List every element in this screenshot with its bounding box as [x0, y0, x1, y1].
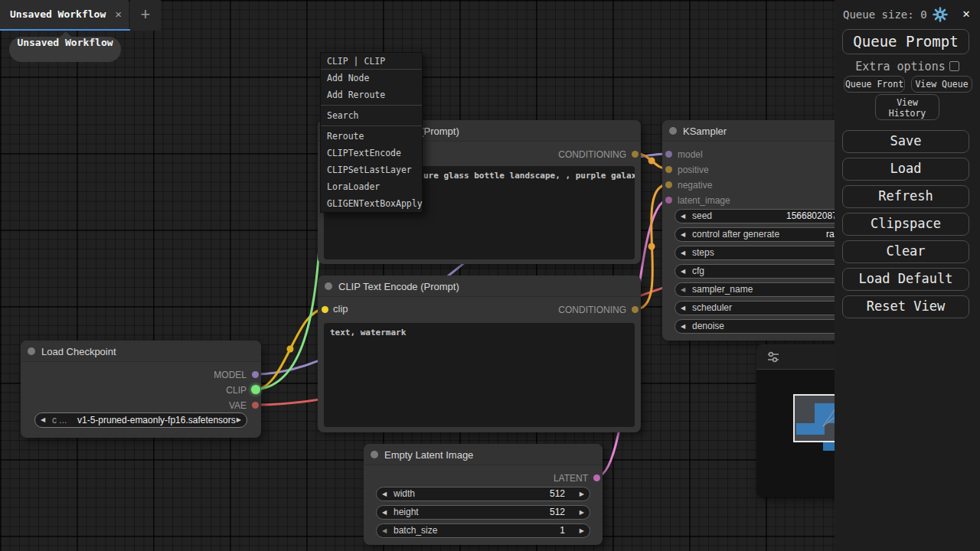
output-label-clip: CLIP — [226, 386, 247, 395]
collapse-dot[interactable] — [28, 347, 35, 355]
combo-value: v1-5-pruned-emaonly-fp16.safetensors — [77, 413, 236, 427]
context-menu: CLIP | CLIP Add Node Add Reroute Search … — [320, 52, 423, 213]
decrement-icon[interactable]: ◀ — [681, 228, 685, 241]
node-clip-text-encode-negative[interactable]: CLIP Text Encode (Prompt) clip CONDITION… — [318, 276, 641, 432]
input-dot-model[interactable] — [665, 151, 672, 158]
widget-value: 512 — [550, 506, 565, 519]
input-label-clip: clip — [333, 305, 348, 314]
menu-separator — [321, 126, 422, 126]
width-widget[interactable]: ◀ width 512 ▶ — [376, 487, 590, 501]
output-dot-vae[interactable] — [252, 402, 259, 409]
close-sidebar-icon[interactable]: ✕ — [962, 6, 970, 21]
queue-sidebar: Queue size: 0 ✕ Queue Prompt Extra optio… — [835, 0, 980, 551]
menu-item-clipsetlastlayer[interactable]: CLIPSetLastLayer — [321, 161, 422, 178]
tab-tooltip: Unsaved Workflow — [9, 37, 121, 62]
widget-label: denoise — [692, 320, 724, 333]
input-dot-negative[interactable] — [665, 181, 672, 188]
input-label-latent-image: latent_image — [678, 196, 730, 205]
widget-label: control after generate — [692, 228, 779, 241]
increment-icon[interactable]: ▶ — [580, 487, 584, 500]
menu-item-gligentextboxapply[interactable]: GLIGENTextBoxApply — [321, 195, 422, 212]
clipspace-button[interactable]: Clipspace — [842, 213, 969, 236]
input-dot-positive[interactable] — [665, 166, 672, 173]
decrement-icon[interactable]: ◀ — [681, 246, 685, 259]
output-label-vae: VAE — [229, 401, 247, 410]
output-dot-conditioning[interactable] — [632, 151, 639, 158]
view-history-button[interactable]: View History — [875, 94, 939, 120]
load-default-button[interactable]: Load Default — [842, 268, 969, 291]
output-dot-latent[interactable] — [593, 474, 600, 481]
reset-view-button[interactable]: Reset View — [842, 295, 969, 318]
output-dot-clip[interactable] — [251, 385, 260, 394]
queue-front-button[interactable]: Queue Front — [844, 76, 905, 93]
negative-prompt-textarea[interactable]: text, watermark — [324, 323, 635, 427]
new-workflow-button[interactable]: + — [130, 0, 161, 31]
input-dot-latent-image[interactable] — [665, 197, 672, 204]
view-history-line1: View — [876, 97, 939, 108]
collapse-dot[interactable] — [669, 127, 677, 135]
node-header[interactable]: CLIP Text Encode (Prompt) — [318, 276, 641, 297]
settings-gear-icon[interactable] — [933, 7, 948, 22]
refresh-button[interactable]: Refresh — [842, 185, 969, 208]
extra-options-row: Extra options — [835, 59, 980, 74]
collapse-dot[interactable] — [325, 282, 332, 290]
combo-prev-icon[interactable]: ◀ — [41, 413, 45, 427]
combo-next-icon[interactable]: ▶ — [237, 413, 241, 427]
menu-item-reroute[interactable]: Reroute — [321, 128, 422, 145]
node-header[interactable]: Empty Latent Image — [364, 444, 603, 465]
ckpt-name-combo[interactable]: ◀ c ... v1-5-pruned-emaonly-fp16.safeten… — [34, 412, 247, 428]
widget-label: sampler_name — [692, 283, 753, 296]
extra-options-checkbox[interactable] — [949, 61, 959, 71]
increment-icon[interactable]: ▶ — [580, 506, 584, 519]
widget-label: batch_size — [394, 524, 437, 537]
extra-options-label: Extra options — [855, 60, 945, 73]
output-label-conditioning: CONDITIONING — [558, 150, 626, 159]
load-button[interactable]: Load — [842, 158, 969, 181]
increment-icon[interactable]: ▶ — [580, 524, 584, 537]
widget-label: width — [394, 487, 415, 500]
decrement-icon[interactable]: ◀ — [681, 283, 685, 296]
save-button[interactable]: Save — [842, 130, 969, 153]
output-dot-conditioning[interactable] — [632, 306, 639, 313]
collapse-dot[interactable] — [371, 451, 378, 458]
decrement-icon[interactable]: ◀ — [382, 487, 387, 500]
image-thumbnail[interactable] — [793, 394, 841, 442]
widget-label: seed — [692, 210, 712, 223]
node-load-checkpoint[interactable]: Load Checkpoint MODEL CLIP VAE ◀ c ... v… — [21, 341, 261, 438]
decrement-icon[interactable]: ◀ — [681, 302, 685, 315]
output-label-conditioning: CONDITIONING — [558, 305, 626, 315]
node-title: KSampler — [683, 126, 727, 137]
queue-header-row: Queue size: 0 ✕ — [835, 0, 980, 28]
menu-item-search[interactable]: Search — [321, 107, 422, 124]
widget-label: cfg — [692, 265, 704, 278]
batch-size-widget[interactable]: ◀ batch_size 1 ▶ — [376, 523, 590, 538]
context-menu-title: CLIP | CLIP — [321, 53, 422, 70]
menu-item-add-reroute[interactable]: Add Reroute — [321, 86, 422, 103]
node-title: CLIP Text Encode (Prompt) — [338, 281, 459, 292]
close-tab-icon[interactable]: × — [115, 8, 122, 21]
decrement-icon[interactable]: ◀ — [382, 506, 387, 519]
combo-label: c ... — [52, 413, 67, 427]
height-widget[interactable]: ◀ height 512 ▶ — [376, 505, 590, 520]
sliders-icon — [766, 350, 781, 365]
menu-item-cliptextencode[interactable]: CLIPTextEncode — [321, 145, 422, 161]
decrement-icon[interactable]: ◀ — [681, 265, 685, 278]
menu-separator — [321, 105, 422, 106]
input-dot-clip[interactable] — [322, 306, 328, 313]
view-history-line2: History — [876, 108, 939, 119]
menu-item-add-node[interactable]: Add Node — [321, 70, 422, 86]
node-load-checkpoint-header[interactable]: Load Checkpoint — [21, 341, 261, 362]
view-queue-button[interactable]: View Queue — [911, 76, 972, 93]
decrement-icon[interactable]: ◀ — [681, 210, 685, 223]
clear-button[interactable]: Clear — [842, 240, 969, 263]
queue-prompt-button[interactable]: Queue Prompt — [842, 29, 969, 54]
node-empty-latent-image[interactable]: Empty Latent Image LATENT ◀ width 512 ▶ … — [364, 444, 603, 545]
tab-unsaved-workflow[interactable]: Unsaved Workflow × — [0, 0, 129, 31]
decrement-icon[interactable]: ◀ — [382, 524, 387, 537]
queue-size-label: Queue size: 0 — [843, 8, 927, 21]
comfyui-app: Load Checkpoint MODEL CLIP VAE ◀ c ... v… — [0, 0, 980, 551]
menu-item-loraloader[interactable]: LoraLoader — [321, 178, 422, 195]
decrement-icon[interactable]: ◀ — [681, 320, 685, 333]
output-dot-model[interactable] — [252, 371, 259, 378]
thumbnail-graphic — [795, 396, 839, 441]
